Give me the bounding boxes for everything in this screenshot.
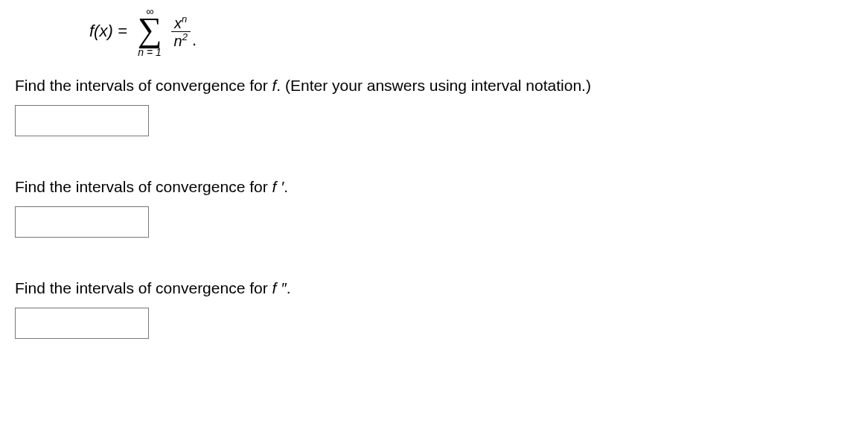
q2-post: . — [284, 178, 288, 195]
q3-post: . — [287, 279, 291, 296]
question-2: Find the intervals of convergence for f … — [15, 178, 853, 196]
lhs-label: f(x) = — [89, 22, 127, 41]
sum-lower-limit: n = 1 — [138, 47, 162, 57]
fraction-denominator: n2 — [171, 32, 191, 49]
num-exp: n — [182, 13, 187, 25]
formula-period: . — [192, 31, 197, 50]
q3-var: f ″ — [272, 279, 287, 296]
summand-fraction: xn n2 — [171, 14, 191, 48]
answer-input-fdoubleprime[interactable] — [15, 308, 149, 339]
den-base: n — [174, 33, 182, 49]
summation-symbol: ∞ ∑ n = 1 — [138, 6, 162, 57]
q2-var: f ′ — [272, 178, 284, 195]
q1-post: . (Enter your answers using interval not… — [276, 77, 591, 94]
q1-pre: Find the intervals of convergence for — [15, 77, 272, 94]
fraction-numerator: xn — [171, 14, 190, 31]
q2-pre: Find the intervals of convergence for — [15, 178, 272, 195]
q3-pre: Find the intervals of convergence for — [15, 279, 272, 296]
num-base: x — [174, 15, 182, 31]
function-definition: f(x) = ∞ ∑ n = 1 xn n2 . — [89, 6, 853, 57]
den-exp: 2 — [182, 31, 188, 42]
question-1: Find the intervals of convergence for f.… — [15, 77, 853, 95]
sigma-icon: ∑ — [138, 16, 162, 44]
answer-input-fprime[interactable] — [15, 206, 149, 238]
answer-input-f[interactable] — [15, 105, 149, 136]
question-3: Find the intervals of convergence for f … — [15, 279, 853, 297]
